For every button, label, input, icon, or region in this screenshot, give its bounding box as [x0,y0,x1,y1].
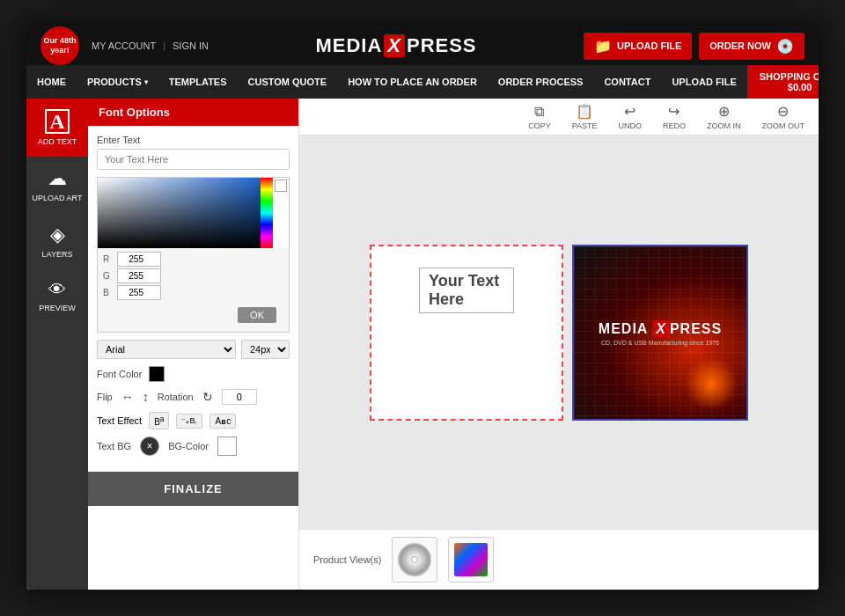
middle-panel: Font Options Enter Text [88,99,299,590]
canvas-area: Your Text Here MEDIA XPRESS CD, DVD & US… [299,136,819,529]
zoom-out-icon: ⊖ [777,103,789,120]
add-text-icon: A [45,109,70,134]
effect-btn-0[interactable]: Ba [149,412,169,429]
nav-contact[interactable]: CONTACT [593,65,661,99]
preview-logo-text: MEDIA XPRESS [599,319,722,338]
panel-header: Font Options [88,99,298,126]
my-account-link[interactable]: MY ACCOUNT [92,40,156,51]
redo-icon: ↪ [668,103,680,120]
layers-icon: ◈ [50,224,65,246]
undo-icon: ↩ [624,103,636,120]
rgb-g-input[interactable] [117,268,161,283]
site-logo: MEDIA X PRESS [315,34,476,57]
upload-art-icon: ☁ [48,167,67,190]
product-views: Product View(s) [299,529,819,590]
preview-icon: 👁 [48,280,66,300]
color-preview-box-area [273,178,289,248]
rgb-b-input[interactable] [117,285,161,300]
text-effect-row: Text Effect Ba ⁻ₐB꜀ Aʙc [97,412,290,429]
preview-logo-sub: CD, DVD & USB Manufacturing since 1976 [601,340,719,346]
product-thumb-dvd[interactable] [448,537,494,583]
design-canvas-wrapper: Your Text Here [370,245,563,421]
undo-button[interactable]: ↩ UNDO [618,103,642,130]
color-picker: R G B OK [97,177,290,333]
content-area: A ADD TEXT ☁ UPLOAD ART ◈ LAYERS 👁 PREVI… [26,99,819,590]
color-preview-box [275,180,287,192]
dvd-thumbnail [454,543,488,576]
panel-body: Enter Text R [88,126,298,472]
text-bg-toggle[interactable] [140,436,159,456]
zoom-in-icon: ⊕ [718,103,730,120]
top-bar: Our 48th year! MY ACCOUNT | SIGN IN MEDI… [26,26,819,65]
preview-glow [685,357,738,410]
flip-rotation-row: Flip ↔ ↕ Rotation ↻ [97,389,290,405]
sign-in-link[interactable]: SIGN IN [173,40,209,51]
editor-toolbar: ⧉ COPY 📋 PASTE ↩ UNDO ↪ REDO ⊕ ZOOM I [299,99,819,136]
text-bg-row: Text BG BG-Color [97,436,290,456]
paste-icon: 📋 [576,103,593,120]
nav-products[interactable]: PRODUCTS ▾ [77,65,158,99]
cd-disc [398,543,431,576]
cd-hole [411,556,418,563]
top-bar-right: 📁 UPLOAD FILE ORDER NOW 💿 [584,33,805,60]
upload-file-button[interactable]: 📁 UPLOAD FILE [584,33,692,60]
text-object[interactable]: Your Text Here [419,268,514,313]
nav-order-process[interactable]: ORDER PROCESS [488,65,594,99]
zoom-in-button[interactable]: ⊕ ZOOM IN [707,103,741,130]
nav-bar: HOME PRODUCTS ▾ TEMPLATES CUSTOM QUOTE H… [26,65,819,99]
preview-logo: MEDIA XPRESS CD, DVD & USB Manufacturing… [599,319,722,346]
font-row: Arial 24px [97,340,290,359]
sidebar-item-add-text[interactable]: A ADD TEXT [26,99,88,157]
sidebar-item-preview[interactable]: 👁 PREVIEW [26,269,88,323]
nav-links: HOME PRODUCTS ▾ TEMPLATES CUSTOM QUOTE H… [26,65,747,99]
shopping-cart-button[interactable]: SHOPPING CART $0.00 [747,65,819,99]
order-now-button[interactable]: ORDER NOW 💿 [699,33,805,60]
sidebar-item-layers[interactable]: ◈ LAYERS [26,213,88,269]
color-gradient-area[interactable] [98,178,261,248]
font-select[interactable]: Arial [97,340,236,359]
nav-upload-file[interactable]: UPLOAD FILE [661,65,746,99]
enter-text-input[interactable] [97,149,290,170]
font-color-row: Font Color [97,366,290,382]
top-bar-left: Our 48th year! MY ACCOUNT | SIGN IN [40,26,209,65]
design-canvas[interactable]: Your Text Here [370,245,563,421]
bg-color-box[interactable] [217,436,237,456]
nav-custom-quote[interactable]: CUSTOM QUOTE [238,65,338,99]
paste-button[interactable]: 📋 PASTE [572,103,598,130]
effect-btn-2[interactable]: Aʙc [209,414,236,429]
rotation-input[interactable] [222,389,257,405]
redo-button[interactable]: ↪ REDO [663,103,686,130]
copy-button[interactable]: ⧉ COPY [528,104,551,130]
enter-text-label: Enter Text [97,135,290,145]
nav-templates[interactable]: TEMPLATES [158,65,238,99]
font-color-box[interactable] [149,366,165,382]
preview-canvas: MEDIA XPRESS CD, DVD & USB Manufacturing… [572,245,748,421]
left-sidebar: A ADD TEXT ☁ UPLOAD ART ◈ LAYERS 👁 PREVI… [26,99,88,590]
sidebar-item-upload-art[interactable]: ☁ UPLOAD ART [26,157,88,213]
anniversary-badge: Our 48th year! [40,26,79,65]
copy-icon: ⧉ [534,104,544,120]
effect-btn-1[interactable]: ⁻ₐB꜀ [176,414,202,429]
product-thumb-cd[interactable] [392,537,437,583]
finalize-button[interactable]: FINALIZE [88,472,298,506]
zoom-out-button[interactable]: ⊖ ZOOM OUT [762,103,805,130]
size-select[interactable]: 24px [241,340,290,359]
product-views-label: Product View(s) [313,554,381,565]
right-area: ⧉ COPY 📋 PASTE ↩ UNDO ↪ REDO ⊕ ZOOM I [299,99,819,590]
top-bar-links: MY ACCOUNT | SIGN IN [92,40,209,51]
flip-horizontal-icon[interactable]: ↔ [121,390,134,404]
rgb-r-input[interactable] [117,252,161,267]
nav-home[interactable]: HOME [26,65,77,99]
flip-vertical-icon[interactable]: ↕ [143,390,149,404]
nav-how-to-order[interactable]: HOW TO PLACE AN ORDER [337,65,488,99]
color-rgb-inputs: R G B OK [98,248,289,332]
hue-slider[interactable] [261,178,273,248]
rotation-icon: ↻ [202,390,213,404]
ok-button[interactable]: OK [238,307,276,323]
